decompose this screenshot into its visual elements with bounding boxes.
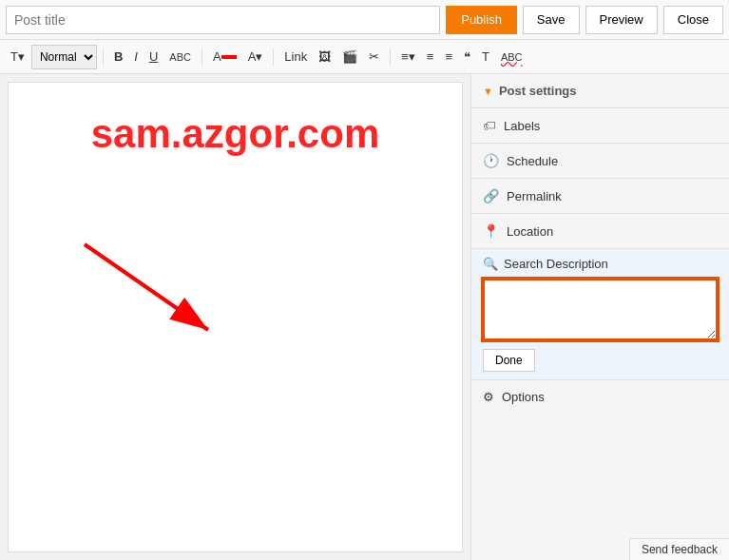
special-char-icon: ✂ bbox=[369, 49, 379, 64]
schedule-icon: 🕐 bbox=[483, 153, 499, 168]
italic-button[interactable]: I bbox=[129, 44, 143, 70]
search-desc-header: 🔍 Search Description bbox=[483, 257, 718, 271]
font-format-selector[interactable]: T ▾ Normal bbox=[6, 44, 97, 70]
spellcheck-icon: ABC bbox=[501, 51, 523, 63]
underline-button[interactable]: U bbox=[144, 44, 163, 70]
post-settings-label: Post settings bbox=[499, 84, 577, 98]
align-button[interactable]: ≡ ▾ bbox=[396, 44, 420, 70]
close-button[interactable]: Close bbox=[663, 6, 723, 34]
schedule-label: Schedule bbox=[507, 154, 558, 168]
ol-icon: ≡ bbox=[427, 49, 434, 64]
special-char-button[interactable]: ✂ bbox=[364, 44, 384, 70]
video-button[interactable]: 🎬 bbox=[337, 44, 362, 70]
align-dropdown-icon: ▾ bbox=[409, 49, 415, 64]
toolbar-sep-3 bbox=[273, 48, 274, 67]
format-button[interactable]: T bbox=[477, 44, 494, 70]
font-type-icon: T bbox=[10, 49, 18, 64]
preview-button[interactable]: Preview bbox=[585, 6, 658, 34]
permalink-section[interactable]: 🔗 Permalink bbox=[471, 178, 729, 213]
video-icon: 🎬 bbox=[342, 49, 357, 64]
svg-line-1 bbox=[85, 244, 208, 330]
search-desc-icon: 🔍 bbox=[483, 257, 498, 271]
watermark: sam.azgor.com bbox=[9, 111, 462, 157]
labels-icon: 🏷 bbox=[483, 118, 496, 133]
font-type-dropdown-icon: ▾ bbox=[18, 49, 25, 64]
options-icon: ⚙ bbox=[483, 390, 494, 404]
arrow-annotation bbox=[56, 235, 246, 349]
link-button[interactable]: Link bbox=[279, 44, 312, 70]
options-section[interactable]: ⚙ Options bbox=[471, 379, 729, 414]
strikethrough-button[interactable]: ABC bbox=[164, 44, 196, 70]
search-desc-textarea[interactable] bbox=[483, 279, 718, 340]
schedule-section[interactable]: 🕐 Schedule bbox=[471, 143, 729, 178]
format-icon: T bbox=[482, 49, 489, 64]
ul-icon: ≡ bbox=[445, 49, 452, 64]
ul-button[interactable]: ≡ bbox=[440, 44, 457, 70]
font-type-button[interactable]: T ▾ bbox=[6, 44, 29, 70]
send-feedback-button[interactable]: Send feedback bbox=[629, 538, 729, 560]
main-layout: sam.azgor.com ▼ Post settings 🏷 Labels 🕐… bbox=[0, 74, 729, 560]
permalink-label: Permalink bbox=[507, 189, 562, 203]
font-format-select[interactable]: Normal bbox=[31, 45, 97, 69]
font-color-button[interactable]: A bbox=[208, 44, 241, 70]
labels-section[interactable]: 🏷 Labels bbox=[471, 107, 729, 143]
highlight-button[interactable]: A ▾ bbox=[243, 44, 268, 70]
sidebar: ▼ Post settings 🏷 Labels 🕐 Schedule 🔗 Pe… bbox=[470, 74, 729, 560]
location-label: Location bbox=[507, 224, 553, 239]
search-description-section: 🔍 Search Description Done bbox=[471, 248, 729, 379]
image-button[interactable]: 🖼 bbox=[314, 44, 336, 70]
location-section[interactable]: 📍 Location bbox=[471, 213, 729, 248]
editor-toolbar: T ▾ Normal B I U ABC A A ▾ Link 🖼 🎬 ✂ ≡ … bbox=[0, 40, 729, 74]
toolbar-sep-4 bbox=[390, 48, 391, 67]
image-icon: 🖼 bbox=[318, 49, 331, 64]
highlight-dropdown-icon: ▾ bbox=[256, 49, 262, 64]
color-indicator bbox=[221, 55, 237, 59]
highlight-label: A bbox=[248, 49, 257, 64]
done-button[interactable]: Done bbox=[483, 349, 535, 372]
search-desc-label: Search Description bbox=[504, 257, 608, 271]
labels-label: Labels bbox=[504, 119, 540, 133]
spellcheck-button[interactable]: ABC bbox=[496, 44, 528, 70]
ol-button[interactable]: ≡ bbox=[422, 44, 439, 70]
editor-area[interactable]: sam.azgor.com bbox=[8, 82, 463, 552]
location-icon: 📍 bbox=[483, 223, 499, 239]
post-settings-header[interactable]: ▼ Post settings bbox=[471, 74, 729, 107]
save-button[interactable]: Save bbox=[523, 6, 580, 34]
bold-button[interactable]: B bbox=[109, 44, 127, 70]
publish-button[interactable]: Publish bbox=[446, 6, 517, 34]
toolbar-sep-2 bbox=[201, 48, 202, 67]
collapse-icon: ▼ bbox=[483, 86, 493, 97]
options-label: Options bbox=[502, 390, 545, 404]
permalink-icon: 🔗 bbox=[483, 188, 499, 203]
toolbar-sep-1 bbox=[103, 48, 104, 67]
align-icon: ≡ bbox=[401, 49, 409, 64]
post-title-input[interactable] bbox=[6, 6, 440, 34]
font-color-label: A bbox=[213, 49, 221, 64]
blockquote-button[interactable]: ❝ bbox=[459, 44, 475, 70]
header-bar: Publish Save Preview Close bbox=[0, 0, 729, 40]
blockquote-icon: ❝ bbox=[464, 49, 470, 64]
